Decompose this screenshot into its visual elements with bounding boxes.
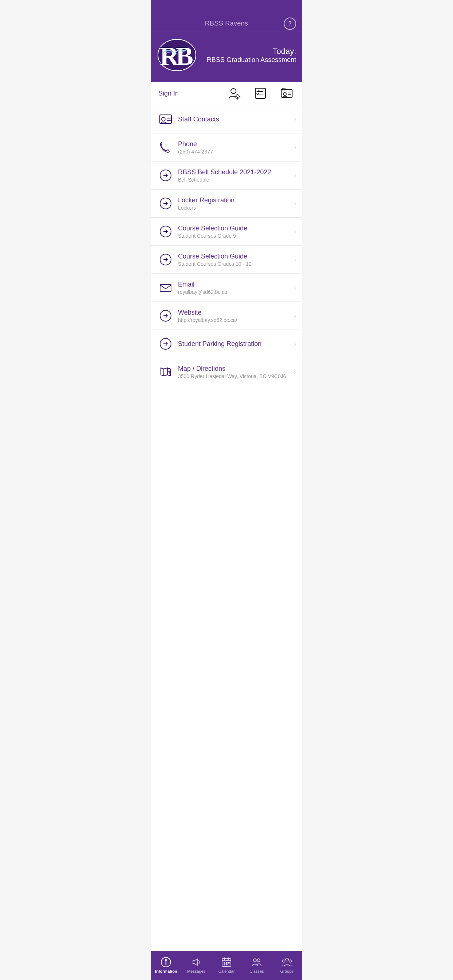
info-list: Staff Contacts › Phone (250) 474-2377 › …: [151, 105, 302, 951]
svg-rect-38: [224, 962, 225, 963]
checklist-button[interactable]: [252, 85, 268, 101]
item-title: Course Selection Guide: [178, 224, 291, 232]
user-settings-button[interactable]: [226, 85, 242, 101]
svg-text:B: B: [176, 41, 193, 71]
svg-point-18: [161, 118, 165, 121]
status-bar: [151, 0, 302, 16]
map-icon: [157, 363, 174, 380]
list-item[interactable]: Course Selection Guide Student Courses G…: [151, 246, 302, 274]
item-subtitle: http://royalbay.sd62.bc.ca/: [178, 317, 291, 323]
item-content: Course Selection Guide Student Courses G…: [174, 253, 291, 267]
svg-point-44: [257, 959, 260, 962]
item-title: Locker Registration: [178, 197, 291, 204]
app-title: RBSS Ravens: [205, 20, 248, 27]
chevron-right-icon: ›: [291, 228, 296, 235]
link-icon: [157, 251, 174, 268]
list-item[interactable]: Locker Registration Lockers ›: [151, 189, 302, 218]
svg-point-33: [166, 959, 167, 960]
chevron-right-icon: ›: [291, 200, 296, 207]
item-subtitle: Lockers: [178, 205, 291, 211]
item-title: Student Parking Registration: [178, 340, 291, 348]
svg-rect-39: [226, 962, 227, 963]
svg-rect-9: [255, 88, 266, 99]
help-button[interactable]: ?: [284, 18, 296, 30]
today-event: RBSS Graduation Assessment: [207, 56, 296, 64]
link-icon: [157, 307, 174, 325]
tab-classes[interactable]: Classes: [241, 951, 272, 980]
toolbar: Sign In: [151, 82, 302, 105]
list-item[interactable]: Website http://royalbay.sd62.bc.ca/ ›: [151, 302, 302, 330]
list-item[interactable]: Map / Directions 3500 Ryder Hesjedal Way…: [151, 358, 302, 386]
item-content: Staff Contacts: [174, 116, 291, 123]
hero-text: Today: RBSS Graduation Assessment: [207, 47, 296, 64]
link-icon: [157, 167, 174, 184]
item-content: Student Parking Registration: [174, 340, 291, 348]
svg-rect-12: [281, 89, 292, 97]
item-content: Map / Directions 3500 Ryder Hesjedal Way…: [174, 365, 291, 379]
link-icon: [157, 223, 174, 240]
tab-messages-label: Messages: [187, 969, 205, 974]
list-item[interactable]: Course Selection Guide Student Courses G…: [151, 218, 302, 246]
tab-information[interactable]: Information: [151, 951, 181, 980]
item-content: RBSS Bell Schedule 2021-2022 Bell Schedu…: [174, 169, 291, 183]
chevron-right-icon: ›: [291, 368, 296, 376]
item-subtitle: royalbay@sd62.bc.ca: [178, 289, 291, 295]
tab-classes-label: Classes: [249, 969, 264, 974]
school-logo: R B: [157, 39, 197, 72]
id-card-button[interactable]: [279, 85, 295, 101]
svg-point-45: [286, 958, 289, 961]
tab-information-label: Information: [155, 969, 177, 974]
item-title: Website: [178, 309, 291, 317]
phone-icon: [157, 138, 174, 156]
tab-messages[interactable]: Messages: [181, 951, 212, 980]
list-item[interactable]: Student Parking Registration ›: [151, 330, 302, 358]
contact-card-icon: [157, 110, 174, 128]
item-subtitle: (250) 474-2377: [178, 149, 291, 154]
link-icon: [157, 335, 174, 353]
list-item[interactable]: Email royalbay@sd62.bc.ca ›: [151, 274, 302, 302]
item-title: RBSS Bell Schedule 2021-2022: [178, 169, 291, 176]
list-item[interactable]: Staff Contacts ›: [151, 105, 302, 134]
item-title: Course Selection Guide: [178, 253, 291, 260]
tab-bar: Information Messages Calendar: [151, 951, 302, 980]
chevron-right-icon: ›: [291, 284, 296, 292]
item-subtitle: Student Courses Grades 10 - 12: [178, 261, 291, 267]
top-nav: RBSS Ravens ?: [151, 16, 302, 31]
chevron-right-icon: ›: [291, 312, 296, 320]
chevron-right-icon: ›: [291, 172, 296, 180]
link-icon: [157, 195, 174, 212]
chevron-right-icon: ›: [291, 116, 296, 123]
svg-point-3: [231, 89, 236, 94]
item-content: Locker Registration Lockers: [174, 197, 291, 211]
item-title: Map / Directions: [178, 365, 291, 372]
item-subtitle: 3500 Ryder Hesjedal Way, Victoria, BC V9…: [178, 373, 291, 379]
item-title: Email: [178, 281, 291, 288]
svg-point-14: [283, 92, 286, 95]
svg-rect-40: [228, 962, 230, 963]
hero-banner: R B Today: RBSS Graduation Assessment: [151, 31, 302, 82]
item-title: Staff Contacts: [178, 116, 291, 123]
svg-rect-25: [160, 285, 171, 292]
list-item[interactable]: RBSS Bell Schedule 2021-2022 Bell Schedu…: [151, 162, 302, 189]
chevron-right-icon: ›: [291, 256, 296, 264]
chevron-right-icon: ›: [291, 144, 296, 151]
list-item[interactable]: Phone (250) 474-2377 ›: [151, 134, 302, 162]
signin-button[interactable]: Sign In: [158, 90, 216, 97]
chevron-right-icon: ›: [291, 340, 296, 348]
item-content: Email royalbay@sd62.bc.ca: [174, 281, 291, 295]
item-content: Course Selection Guide Student Courses G…: [174, 224, 291, 239]
svg-point-46: [282, 959, 285, 962]
item-content: Phone (250) 474-2377: [174, 140, 291, 154]
svg-point-47: [289, 959, 292, 962]
svg-rect-41: [224, 964, 225, 965]
email-icon: [157, 279, 174, 296]
item-title: Phone: [178, 140, 291, 148]
item-subtitle: Bell Schedule: [178, 177, 291, 183]
item-subtitle: Student Courses Grade 9: [178, 233, 291, 239]
item-content: Website http://royalbay.sd62.bc.ca/: [174, 309, 291, 323]
tab-groups[interactable]: Groups: [272, 951, 302, 980]
tab-calendar[interactable]: Calendar: [212, 951, 242, 980]
svg-rect-42: [226, 964, 227, 965]
tab-groups-label: Groups: [281, 969, 293, 974]
today-label: Today:: [207, 47, 296, 56]
